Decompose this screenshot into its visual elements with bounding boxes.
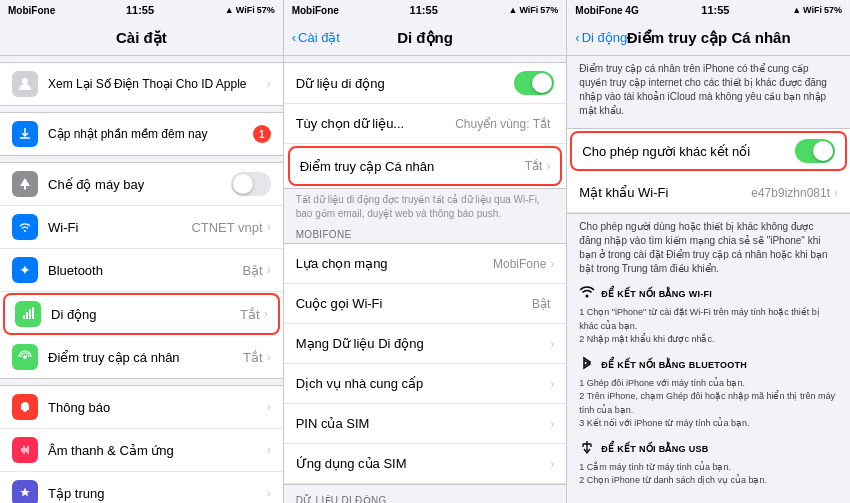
connect-section-title: ĐỂ KẾT NỐI BẰNG USB (579, 439, 838, 459)
connect-section-title: ĐỂ KẾT NỐI BẰNG BLUETOOTH (579, 355, 838, 375)
hotspot-row[interactable]: Mật khẩu Wi-Fie47b9izhn081t› (567, 173, 850, 213)
row-value: Tắt (243, 350, 263, 365)
Chế độ máy bay-icon (12, 171, 38, 197)
mobi-row[interactable]: Dịch vụ nhà cung cấp› (284, 364, 567, 404)
time-label: 11:55 (126, 4, 154, 16)
toggle-switch[interactable] (514, 71, 554, 95)
row-label: Mạng Dữ liệu Di động (296, 336, 551, 351)
connect-title-label: ĐỂ KẾT NỐI BẰNG BLUETOOTH (601, 360, 747, 370)
chevron-right-icon: › (550, 337, 554, 351)
row-bluetooth[interactable]: ✦BluetoothBật› (0, 249, 283, 292)
mobi-row[interactable]: PIN của SIM› (284, 404, 567, 444)
wifi-icon: WiFi (519, 5, 538, 15)
svg-rect-2 (23, 315, 25, 319)
mobile-row-Điểm truy cập Cá nhân[interactable]: Điểm truy cập Cá nhânTắt› (288, 146, 563, 186)
hotspot-row[interactable]: Cho phép người khác kết nối (570, 131, 847, 171)
row-Thông báo[interactable]: Thông báo› (0, 386, 283, 429)
mobi-row[interactable]: Mạng Dữ liệu Di động› (284, 324, 567, 364)
row-wi-fi[interactable]: Wi-FiCTNET vnpt› (0, 206, 283, 249)
data-note: Tất dữ liệu di động đợc truyền tất cả dữ… (284, 189, 567, 227)
back-button[interactable]: ‹Di động (575, 30, 627, 45)
row-label: Di động (51, 307, 240, 322)
row-value: Chuyển vùng: Tắt (455, 117, 550, 131)
mobile-row-Dữ liệu di động[interactable]: Dữ liệu di động (284, 63, 567, 104)
connectivity-section: Chế độ máy bayWi-FiCTNET vnpt›✦Bluetooth… (0, 162, 283, 379)
row-value: Bật (242, 263, 262, 278)
nav-title: Điểm truy cập Cá nhân (627, 29, 791, 47)
settings-content: Xem Lại Số Điện Thoại Cho ID Apple›Cập n… (0, 56, 283, 503)
row-value: Bật (532, 297, 550, 311)
row-value: CTNET vnpt (191, 220, 262, 235)
mobifone-section-label: MOBIFONE (284, 227, 567, 243)
row-Tập trung[interactable]: Tập trung› (0, 472, 283, 503)
connect-title-label: ĐỂ KẾT NỐI BẰNG WI-FI (601, 289, 712, 299)
mobi-row[interactable]: Lựa chọn mạngMobiFone› (284, 244, 567, 284)
chevron-right-icon: › (267, 77, 271, 91)
Di động-icon (15, 301, 41, 327)
back-button[interactable]: ‹Cài đặt (292, 30, 340, 45)
row-label: Bluetooth (48, 263, 242, 278)
toggle-switch[interactable] (795, 139, 835, 163)
connect-section-bluetooth: ĐỂ KẾT NỐI BẰNG BLUETOOTH1 Ghép đôi iPho… (567, 351, 850, 435)
row-Âm thanh & Cảm ứng[interactable]: Âm thanh & Cảm ứng› (0, 429, 283, 472)
apple-id-row[interactable]: Xem Lại Số Điện Thoại Cho ID Apple› (0, 63, 283, 105)
apple-id-label: Xem Lại Số Điện Thoại Cho ID Apple (48, 77, 267, 91)
hotspot-info-text: Điểm truy cập cá nhân trên iPhone có thể… (567, 56, 850, 124)
chevron-right-icon: › (267, 400, 271, 414)
back-label: Cài đặt (298, 30, 340, 45)
wifi-icon (579, 284, 595, 304)
row-di-động[interactable]: Di độngTắt› (3, 293, 280, 335)
time-label: 11:55 (701, 4, 729, 16)
battery-icon: 57% (540, 5, 558, 15)
Thông báo-icon (12, 394, 38, 420)
Tập trung-icon (12, 480, 38, 503)
hotspot-desc-text: Cho phép người dùng hoặc thiết bị khác k… (567, 216, 850, 280)
usb-icon (579, 439, 595, 459)
nav-title: Di động (397, 29, 453, 47)
user-icon (12, 71, 38, 97)
connect-title-label: ĐỂ KẾT NỐI BẰNG USB (601, 444, 708, 454)
carrier-label: MobiFone 4G (575, 5, 638, 16)
svg-rect-5 (32, 307, 34, 319)
row-điểm-truy-cập-cá-nhân[interactable]: Điểm truy cập cá nhânTắt› (0, 336, 283, 378)
signal-icon: ▲ (792, 5, 801, 15)
row-label: Tập trung (48, 486, 267, 501)
chevron-right-icon: › (267, 443, 271, 457)
row-chế-độ-máy-bay[interactable]: Chế độ máy bay (0, 163, 283, 206)
hotspot-content: Điểm truy cập cá nhân trên iPhone có thể… (567, 56, 850, 503)
mobi-row[interactable]: Cuộc gọi Wi-FiBật (284, 284, 567, 324)
toggle-switch[interactable] (231, 172, 271, 196)
chevron-right-icon: › (550, 457, 554, 471)
row-label: Ứng dụng của SIM (296, 456, 551, 471)
connect-step: 2 Trên iPhone, chạm Ghép đôi hoặc nhập m… (579, 390, 838, 417)
mobile-row-Tùy chọn dữ liệu...[interactable]: Tùy chọn dữ liệu...Chuyển vùng: Tắt (284, 104, 567, 144)
chevron-back-icon: ‹ (292, 30, 296, 45)
Bluetooth-icon: ✦ (12, 257, 38, 283)
nav-bar: ‹Cài đặtDi động (284, 20, 567, 56)
wifi-icon: WiFi (236, 5, 255, 15)
svg-point-0 (22, 78, 28, 84)
row-label: Dịch vụ nhà cung cấp (296, 376, 551, 391)
update-icon (12, 121, 38, 147)
notifications-section: Thông báo›Âm thanh & Cảm ứng›Tập trung›T… (0, 385, 283, 503)
Âm thanh & Cảm ứng-icon (12, 437, 38, 463)
chevron-right-icon: › (546, 159, 550, 173)
back-label: Di động (582, 30, 628, 45)
row-value: Tắt (240, 307, 260, 322)
mobi-row[interactable]: Ứng dụng của SIM› (284, 444, 567, 484)
row-value: MobiFone (493, 257, 546, 271)
status-icons: ▲ WiFi 57% (508, 5, 558, 15)
chevron-right-icon: › (550, 377, 554, 391)
row-label: Thông báo (48, 400, 267, 415)
wifi-password-value: e47b9izhn081t (751, 186, 830, 200)
row-label: Âm thanh & Cảm ứng (48, 443, 267, 458)
battery-icon: 57% (824, 5, 842, 15)
carrier-label: MobiFone (292, 5, 339, 16)
chevron-back-icon: ‹ (575, 30, 579, 45)
row-label: Chế độ máy bay (48, 177, 231, 192)
status-bar: MobiFone 11:55 ▲ WiFi 57% (0, 0, 283, 20)
software-update-row[interactable]: Cập nhật phần mềm đêm nay1 (0, 113, 283, 155)
status-icons: ▲ WiFi 57% (225, 5, 275, 15)
connect-step: 2 Nhập mật khẩu khi được nhắc. (579, 333, 838, 347)
mobile-content: Dữ liệu di độngTùy chọn dữ liệu...Chuyển… (284, 56, 567, 503)
